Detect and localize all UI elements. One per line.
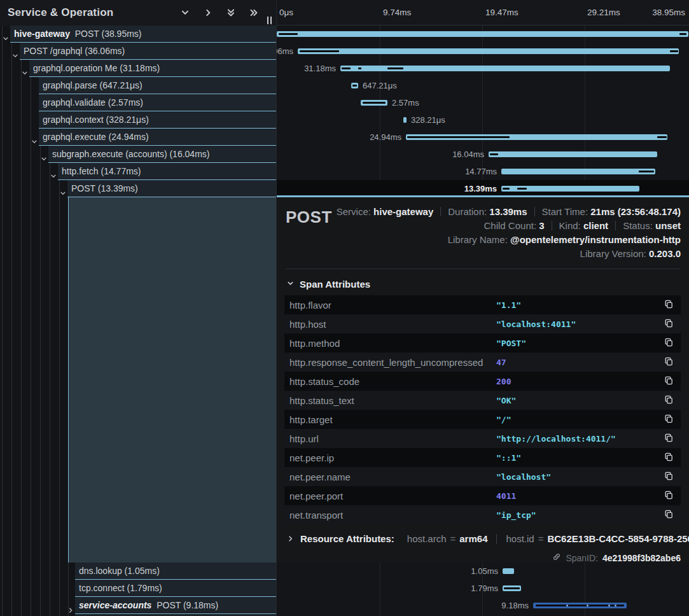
attribute-value: "/" — [496, 415, 663, 424]
timeline-row: 1.05ms — [277, 563, 689, 580]
pane-resize-handle[interactable] — [267, 17, 273, 24]
copy-icon[interactable] — [663, 490, 674, 501]
chevron-down-icon[interactable] — [41, 151, 47, 167]
meta-divider — [534, 207, 535, 216]
chevron-down-icon — [287, 278, 294, 290]
chevron-down-icon[interactable] — [180, 8, 190, 18]
span-duration-bar[interactable] — [501, 169, 655, 174]
meta-divider — [440, 207, 441, 216]
span-tree-row[interactable]: POST (13.39ms) — [67, 180, 276, 197]
span-tree-row[interactable]: graphql.operation Me (31.18ms) — [29, 60, 276, 77]
equals-sign: = — [538, 533, 544, 544]
span-tree-row[interactable]: graphql.validate (2.57ms) — [39, 94, 276, 111]
selected-span-subtree-panel[interactable] — [68, 197, 276, 563]
chevron-down-icon[interactable] — [31, 134, 38, 150]
copy-icon[interactable] — [663, 375, 674, 387]
attribute-key: net.peer.port — [289, 491, 496, 501]
span-duration-bar[interactable] — [406, 134, 667, 140]
chevron-right-icon[interactable] — [203, 8, 212, 18]
resource-value: arm64 — [459, 533, 487, 544]
copy-icon[interactable] — [663, 299, 674, 311]
copy-icon[interactable] — [663, 414, 674, 425]
indent-guide — [31, 25, 31, 616]
copy-icon[interactable] — [663, 509, 674, 521]
span-duration-bar[interactable] — [340, 66, 670, 71]
chevron-down-icon[interactable] — [3, 31, 9, 47]
double-chevron-down-icon[interactable] — [226, 8, 235, 18]
span-tree-row[interactable]: POST /graphql (36.06ms) — [20, 43, 276, 60]
timeline-row: 647.21μs — [277, 77, 689, 94]
meta-label: Kind: — [559, 220, 583, 231]
meta-label: Start Time: — [542, 206, 591, 217]
bar-duration-label: 328.21μs — [411, 111, 445, 129]
attribute-key: http.flavor — [289, 300, 496, 311]
bar-duration-label: 647.21μs — [363, 77, 397, 94]
span-duration-bar[interactable] — [403, 117, 407, 123]
chevron-down-icon[interactable] — [60, 185, 66, 202]
span-duration-bar[interactable] — [501, 186, 639, 192]
span-id-value: 4e21998f3b82abe6 — [602, 553, 681, 563]
attribute-key: net.transport — [289, 510, 496, 521]
span-tree-row[interactable]: subgraph.execute (accounts) (16.04ms) — [48, 146, 276, 163]
span-tree-row[interactable]: graphql.context (328.21μs) — [39, 111, 276, 129]
chevron-right-icon[interactable] — [67, 602, 74, 616]
span-tree-row[interactable]: graphql.parse (647.21μs) — [39, 77, 276, 94]
span-duration-bar[interactable] — [361, 100, 387, 106]
span-meta: Service: hive-gatewayDuration: 13.39msSt… — [337, 205, 681, 261]
service-name: service-accounts — [79, 600, 151, 610]
meta-label: Library Version: — [580, 248, 649, 259]
chevron-right-icon — [287, 533, 300, 544]
span-duration-bar[interactable] — [503, 585, 521, 591]
bar-duration-label: 1.05ms — [471, 563, 498, 580]
copy-icon[interactable] — [663, 337, 674, 349]
span-duration-bar[interactable] — [298, 48, 679, 54]
resource-attributes-items: host.arch=arm64host.id=BC62E13B-C4CC-585… — [407, 533, 689, 544]
span-tree-row[interactable]: graphql.execute (24.94ms) — [39, 129, 276, 146]
copy-icon[interactable] — [663, 318, 674, 330]
span-detail-panel: POST Service: hive-gatewayDuration: 13.3… — [277, 195, 689, 563]
timeline-row: 36.06ms — [277, 43, 689, 60]
attribute-value: "localhost:4011" — [496, 319, 663, 329]
attribute-row: http.flavor"1.1" — [284, 295, 681, 314]
span-attributes-section-header[interactable]: Span Attributes — [287, 278, 681, 290]
span-tree-row[interactable]: hive-gateway POST (38.95ms) — [10, 25, 276, 43]
span-duration-bar[interactable] — [503, 568, 514, 574]
attribute-key: http.url — [289, 433, 496, 444]
attribute-value: "ip_tcp" — [496, 510, 663, 520]
span-name-label: POST /graphql (36.06ms) — [24, 46, 125, 56]
span-name-label: POST (9.18ms) — [157, 600, 218, 610]
chevron-down-icon[interactable] — [12, 48, 18, 64]
copy-icon[interactable] — [663, 395, 674, 406]
attribute-row: net.peer.name"localhost" — [284, 467, 681, 486]
span-name-label: graphql.operation Me (31.18ms) — [33, 63, 160, 73]
double-chevron-right-icon[interactable] — [249, 8, 258, 18]
attribute-value: "::1" — [496, 453, 663, 463]
span-duration-bar[interactable] — [351, 83, 358, 88]
chevron-down-icon[interactable] — [22, 65, 28, 81]
span-name-label: subgraph.execute (accounts) (16.04ms) — [52, 149, 209, 159]
span-name-label: http.fetch (14.77ms) — [62, 166, 141, 176]
copy-icon[interactable] — [663, 356, 674, 368]
copy-icon[interactable] — [663, 452, 674, 463]
span-tree-row[interactable]: http.fetch (14.77ms) — [58, 163, 276, 180]
span-duration-bar[interactable] — [533, 603, 627, 608]
span-tree-row[interactable]: tcp.connect (1.79ms) — [75, 580, 276, 597]
attribute-row: http.response_content_length_uncompresse… — [284, 353, 681, 372]
attribute-key: net.peer.name — [289, 472, 496, 482]
copy-icon[interactable] — [663, 471, 674, 482]
span-duration-bar[interactable] — [489, 151, 657, 157]
span-tree-row[interactable]: dns.lookup (1.05ms) — [75, 563, 276, 580]
span-tree-row[interactable]: service-accounts POST (9.18ms) — [75, 597, 276, 614]
chevron-down-icon[interactable] — [50, 168, 57, 185]
meta-label: Status: — [623, 220, 655, 231]
copy-icon[interactable] — [663, 433, 674, 444]
attribute-row: net.peer.ip"::1" — [284, 448, 681, 467]
timeline-row: 31.18ms — [277, 60, 689, 77]
equals-sign: = — [450, 533, 456, 544]
span-title: POST — [286, 205, 332, 261]
attribute-row: net.transport"ip_tcp" — [284, 505, 681, 524]
link-icon[interactable] — [552, 552, 561, 563]
resource-attributes-row[interactable]: Resource Attributes: host.arch=arm64host… — [287, 533, 681, 544]
timeline-pane: 0μs9.74ms19.47ms29.21ms38.95ms 38.95ms36… — [276, 0, 689, 616]
span-duration-bar[interactable] — [277, 31, 688, 37]
